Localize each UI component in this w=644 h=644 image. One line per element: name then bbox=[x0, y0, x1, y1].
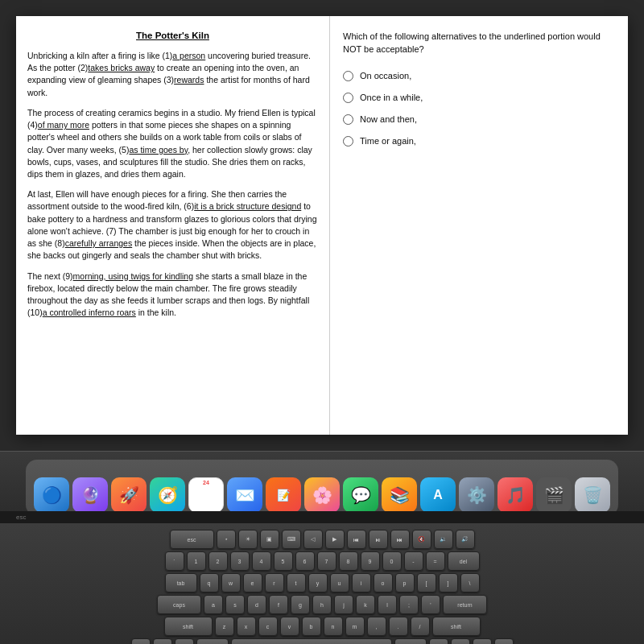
key-arrow-updown[interactable]: ▲▼ bbox=[473, 638, 492, 644]
key-spacebar[interactable] bbox=[231, 638, 392, 644]
key-v[interactable]: v bbox=[280, 617, 299, 636]
dock-photos[interactable]: 🌸 bbox=[304, 477, 340, 513]
key-f4[interactable]: ⌨ bbox=[282, 530, 301, 549]
key-cmd-left[interactable]: ⌘ bbox=[196, 638, 229, 644]
key-o[interactable]: o bbox=[374, 573, 393, 592]
key-b[interactable]: b bbox=[302, 617, 321, 636]
key-u[interactable]: u bbox=[330, 573, 349, 592]
key-5[interactable]: 5 bbox=[274, 551, 293, 571]
key-option-right[interactable]: opt bbox=[429, 638, 448, 644]
dock-music[interactable]: 🎵 bbox=[497, 477, 533, 513]
option-3[interactable]: Now and then, bbox=[343, 114, 615, 125]
radio-3[interactable] bbox=[343, 114, 353, 125]
key-i[interactable]: i bbox=[352, 573, 371, 592]
key-ctrl[interactable]: ctrl bbox=[153, 638, 172, 644]
key-return[interactable]: return bbox=[443, 595, 487, 614]
dock-system-prefs[interactable]: ⚙️ bbox=[459, 477, 494, 513]
dock-calendar[interactable]: 24 bbox=[188, 477, 224, 513]
key-delete[interactable]: del bbox=[448, 551, 480, 571]
key-backslash[interactable]: \ bbox=[460, 573, 480, 592]
key-f[interactable]: f bbox=[269, 595, 288, 614]
key-f3[interactable]: ▣ bbox=[260, 530, 279, 549]
dock-icon-extra1[interactable]: 🎬 bbox=[536, 477, 572, 513]
key-n[interactable]: n bbox=[324, 617, 343, 636]
key-fn[interactable]: fn bbox=[131, 638, 151, 644]
key-r[interactable]: r bbox=[265, 573, 284, 592]
dock-appstore[interactable]: A bbox=[420, 477, 456, 513]
key-f9[interactable]: ⏭ bbox=[390, 530, 410, 549]
key-semicolon[interactable]: ; bbox=[399, 595, 419, 614]
radio-2[interactable] bbox=[343, 93, 353, 103]
option-4-label: Time or again, bbox=[360, 136, 416, 146]
key-arrow-right[interactable]: ▶ bbox=[494, 638, 514, 644]
key-esc[interactable]: esc bbox=[170, 530, 214, 549]
key-d[interactable]: d bbox=[247, 595, 266, 614]
key-p[interactable]: p bbox=[395, 573, 415, 592]
key-m[interactable]: m bbox=[345, 617, 365, 636]
key-period[interactable]: . bbox=[389, 617, 408, 636]
key-l[interactable]: l bbox=[378, 595, 397, 614]
radio-4[interactable] bbox=[343, 136, 353, 147]
dock-launchpad[interactable]: 🚀 bbox=[111, 477, 147, 513]
key-slash[interactable]: / bbox=[411, 617, 430, 636]
key-t[interactable]: t bbox=[287, 573, 306, 592]
key-f6[interactable]: ▶ bbox=[325, 530, 345, 549]
key-9[interactable]: 9 bbox=[361, 551, 380, 571]
option-2[interactable]: Once in a while, bbox=[343, 93, 615, 103]
key-quote[interactable]: ' bbox=[421, 595, 440, 614]
key-tab[interactable]: tab bbox=[165, 573, 197, 592]
key-f12[interactable]: 🔊 bbox=[456, 530, 475, 549]
key-8[interactable]: 8 bbox=[339, 551, 358, 571]
key-2[interactable]: 2 bbox=[208, 551, 228, 571]
option-1[interactable]: On occasion, bbox=[343, 71, 615, 81]
key-x[interactable]: x bbox=[237, 617, 256, 636]
key-minus[interactable]: - bbox=[404, 551, 423, 571]
key-cmd-right[interactable]: ⌘ bbox=[394, 638, 427, 644]
dock-books[interactable]: 📚 bbox=[382, 477, 417, 513]
key-f10[interactable]: 🔇 bbox=[412, 530, 431, 549]
dock-reminders[interactable]: 📝 bbox=[266, 477, 301, 513]
key-z[interactable]: z bbox=[215, 617, 234, 636]
dock-safari[interactable]: 🧭 bbox=[150, 477, 185, 513]
key-shift-right[interactable]: shift bbox=[432, 617, 481, 636]
key-q[interactable]: q bbox=[200, 573, 219, 592]
key-c[interactable]: c bbox=[258, 617, 278, 636]
key-0[interactable]: 0 bbox=[382, 551, 402, 571]
key-k[interactable]: k bbox=[356, 595, 375, 614]
key-option-left[interactable]: opt bbox=[175, 638, 194, 644]
dock-messages[interactable]: 💬 bbox=[343, 477, 378, 513]
key-backtick[interactable]: ` bbox=[165, 551, 184, 571]
key-j[interactable]: j bbox=[334, 595, 353, 614]
key-g[interactable]: g bbox=[291, 595, 310, 614]
key-7[interactable]: 7 bbox=[317, 551, 336, 571]
dock-siri[interactable]: 🔮 bbox=[72, 477, 108, 513]
key-y[interactable]: y bbox=[308, 573, 328, 592]
radio-1[interactable] bbox=[343, 71, 353, 81]
key-f11[interactable]: 🔉 bbox=[434, 530, 453, 549]
key-1[interactable]: 1 bbox=[187, 551, 206, 571]
key-f2[interactable]: ☀ bbox=[238, 530, 258, 549]
dock-mail[interactable]: ✉️ bbox=[227, 477, 262, 513]
key-6[interactable]: 6 bbox=[295, 551, 315, 571]
key-a[interactable]: a bbox=[204, 595, 223, 614]
key-comma[interactable]: , bbox=[367, 617, 386, 636]
key-3[interactable]: 3 bbox=[230, 551, 250, 571]
key-f5[interactable]: ◁ bbox=[303, 530, 323, 549]
option-4[interactable]: Time or again, bbox=[343, 136, 615, 147]
key-arrow-left[interactable]: ◀ bbox=[451, 638, 470, 644]
key-4[interactable]: 4 bbox=[252, 551, 271, 571]
key-w[interactable]: w bbox=[221, 573, 241, 592]
dock-trash[interactable]: 🗑️ bbox=[575, 477, 610, 513]
key-f7[interactable]: ⏮ bbox=[347, 530, 366, 549]
dock-finder[interactable]: 🔵 bbox=[34, 477, 69, 513]
key-f1[interactable]: ⋆ bbox=[217, 530, 236, 549]
key-caps[interactable]: caps bbox=[157, 595, 201, 614]
key-f8[interactable]: ⏯ bbox=[369, 530, 388, 549]
key-lbracket[interactable]: [ bbox=[417, 573, 436, 592]
key-shift-left[interactable]: shift bbox=[164, 617, 213, 636]
key-rbracket[interactable]: ] bbox=[439, 573, 458, 592]
key-e[interactable]: e bbox=[243, 573, 262, 592]
key-h[interactable]: h bbox=[312, 595, 332, 614]
key-equals[interactable]: = bbox=[426, 551, 445, 571]
key-s[interactable]: s bbox=[225, 595, 245, 614]
